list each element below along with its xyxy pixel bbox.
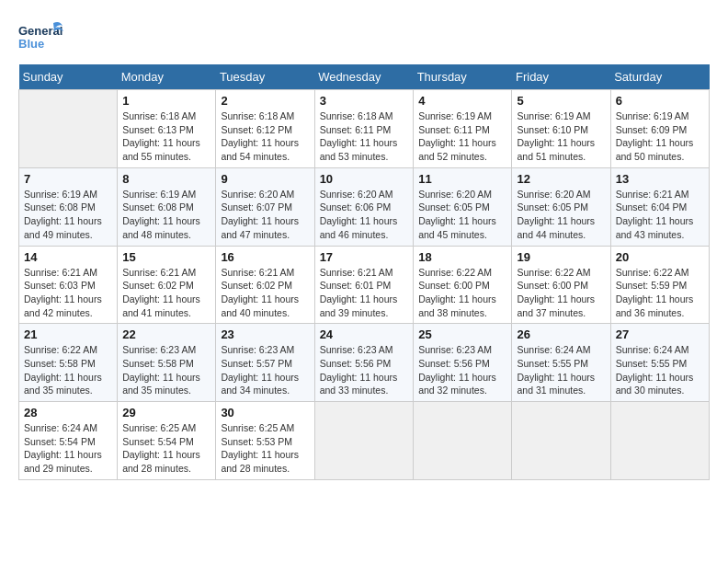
day-info: Sunrise: 6:21 AM Sunset: 6:02 PM Dayligh… (221, 266, 309, 320)
day-number: 5 (517, 94, 605, 108)
day-number: 24 (320, 327, 409, 341)
calendar-day-cell (19, 90, 118, 168)
day-number: 25 (418, 327, 506, 341)
day-info: Sunrise: 6:18 AM Sunset: 6:11 PM Dayligh… (320, 109, 409, 164)
day-number: 10 (320, 172, 409, 186)
calendar-header-cell: Saturday (610, 64, 709, 90)
calendar-day-cell: 21Sunrise: 6:22 AM Sunset: 5:58 PM Dayli… (19, 324, 118, 402)
day-number: 7 (24, 172, 112, 186)
calendar-week-row: 14Sunrise: 6:21 AM Sunset: 6:03 PM Dayli… (19, 246, 710, 324)
day-info: Sunrise: 6:19 AM Sunset: 6:09 PM Dayligh… (616, 109, 704, 164)
calendar-day-cell: 25Sunrise: 6:23 AM Sunset: 5:56 PM Dayli… (414, 324, 512, 402)
day-number: 9 (221, 172, 309, 186)
day-info: Sunrise: 6:22 AM Sunset: 5:58 PM Dayligh… (24, 343, 112, 397)
calendar-day-cell (314, 402, 414, 480)
day-info: Sunrise: 6:24 AM Sunset: 5:55 PM Dayligh… (517, 343, 605, 397)
day-number: 14 (24, 250, 112, 264)
day-info: Sunrise: 6:19 AM Sunset: 6:08 PM Dayligh… (122, 188, 210, 242)
calendar-day-cell: 5Sunrise: 6:19 AM Sunset: 6:10 PM Daylig… (512, 90, 610, 168)
day-info: Sunrise: 6:22 AM Sunset: 6:00 PM Dayligh… (418, 266, 506, 320)
day-number: 29 (122, 406, 210, 419)
calendar-day-cell: 29Sunrise: 6:25 AM Sunset: 5:54 PM Dayli… (118, 402, 216, 480)
calendar-day-cell: 6Sunrise: 6:19 AM Sunset: 6:09 PM Daylig… (610, 90, 709, 168)
day-number: 28 (24, 406, 112, 419)
day-number: 1 (122, 94, 210, 108)
calendar-day-cell: 19Sunrise: 6:22 AM Sunset: 6:00 PM Dayli… (512, 246, 610, 324)
day-number: 27 (616, 327, 704, 341)
calendar-day-cell: 24Sunrise: 6:23 AM Sunset: 5:56 PM Dayli… (314, 324, 414, 402)
calendar-week-row: 7Sunrise: 6:19 AM Sunset: 6:08 PM Daylig… (19, 167, 710, 246)
calendar-day-cell: 26Sunrise: 6:24 AM Sunset: 5:55 PM Dayli… (512, 324, 610, 402)
day-info: Sunrise: 6:18 AM Sunset: 6:13 PM Dayligh… (122, 109, 210, 164)
day-number: 8 (122, 172, 210, 186)
calendar-day-cell: 30Sunrise: 6:25 AM Sunset: 5:53 PM Dayli… (216, 402, 314, 480)
day-number: 30 (221, 406, 309, 419)
day-info: Sunrise: 6:20 AM Sunset: 6:07 PM Dayligh… (221, 188, 309, 242)
day-info: Sunrise: 6:21 AM Sunset: 6:04 PM Dayligh… (616, 188, 704, 242)
calendar-day-cell: 13Sunrise: 6:21 AM Sunset: 6:04 PM Dayli… (610, 167, 709, 246)
logo: General Blue (18, 18, 64, 55)
calendar-day-cell: 7Sunrise: 6:19 AM Sunset: 6:08 PM Daylig… (19, 167, 118, 246)
day-number: 4 (418, 94, 506, 108)
day-info: Sunrise: 6:18 AM Sunset: 6:12 PM Dayligh… (221, 109, 309, 164)
calendar-day-cell: 17Sunrise: 6:21 AM Sunset: 6:01 PM Dayli… (314, 246, 414, 324)
calendar-week-row: 21Sunrise: 6:22 AM Sunset: 5:58 PM Dayli… (19, 324, 710, 402)
calendar-day-cell (512, 402, 610, 480)
calendar-day-cell: 10Sunrise: 6:20 AM Sunset: 6:06 PM Dayli… (314, 167, 414, 246)
calendar-day-cell: 11Sunrise: 6:20 AM Sunset: 6:05 PM Dayli… (414, 167, 512, 246)
calendar-week-row: 28Sunrise: 6:24 AM Sunset: 5:54 PM Dayli… (19, 402, 710, 480)
calendar-table: SundayMondayTuesdayWednesdayThursdayFrid… (18, 64, 710, 480)
day-info: Sunrise: 6:21 AM Sunset: 6:02 PM Dayligh… (122, 266, 210, 320)
calendar-day-cell: 2Sunrise: 6:18 AM Sunset: 6:12 PM Daylig… (216, 90, 314, 168)
day-number: 6 (616, 94, 704, 108)
calendar-header-row: SundayMondayTuesdayWednesdayThursdayFrid… (19, 64, 710, 90)
calendar-day-cell: 14Sunrise: 6:21 AM Sunset: 6:03 PM Dayli… (19, 246, 118, 324)
day-number: 22 (122, 327, 210, 341)
day-info: Sunrise: 6:21 AM Sunset: 6:01 PM Dayligh… (320, 266, 409, 320)
calendar-day-cell: 16Sunrise: 6:21 AM Sunset: 6:02 PM Dayli… (216, 246, 314, 324)
day-number: 23 (221, 327, 309, 341)
day-info: Sunrise: 6:23 AM Sunset: 5:57 PM Dayligh… (221, 343, 309, 397)
calendar-day-cell: 20Sunrise: 6:22 AM Sunset: 5:59 PM Dayli… (610, 246, 709, 324)
day-info: Sunrise: 6:19 AM Sunset: 6:10 PM Dayligh… (517, 109, 605, 164)
day-info: Sunrise: 6:21 AM Sunset: 6:03 PM Dayligh… (24, 266, 112, 320)
day-info: Sunrise: 6:22 AM Sunset: 6:00 PM Dayligh… (517, 266, 605, 320)
day-number: 15 (122, 250, 210, 264)
calendar-day-cell: 18Sunrise: 6:22 AM Sunset: 6:00 PM Dayli… (414, 246, 512, 324)
day-info: Sunrise: 6:23 AM Sunset: 5:56 PM Dayligh… (320, 343, 409, 397)
day-info: Sunrise: 6:22 AM Sunset: 5:59 PM Dayligh… (616, 266, 704, 320)
calendar-header-cell: Tuesday (216, 64, 314, 90)
day-number: 2 (221, 94, 309, 108)
day-number: 12 (517, 172, 605, 186)
day-info: Sunrise: 6:23 AM Sunset: 5:56 PM Dayligh… (418, 343, 506, 397)
day-number: 20 (616, 250, 704, 264)
calendar-day-cell (414, 402, 512, 480)
calendar-day-cell: 4Sunrise: 6:19 AM Sunset: 6:11 PM Daylig… (414, 90, 512, 168)
calendar-day-cell: 8Sunrise: 6:19 AM Sunset: 6:08 PM Daylig… (118, 167, 216, 246)
day-number: 18 (418, 250, 506, 264)
day-number: 21 (24, 327, 112, 341)
page-header: General Blue (18, 18, 710, 55)
day-info: Sunrise: 6:19 AM Sunset: 6:11 PM Dayligh… (418, 109, 506, 164)
calendar-day-cell: 1Sunrise: 6:18 AM Sunset: 6:13 PM Daylig… (118, 90, 216, 168)
day-info: Sunrise: 6:24 AM Sunset: 5:54 PM Dayligh… (24, 421, 112, 476)
calendar-body: 1Sunrise: 6:18 AM Sunset: 6:13 PM Daylig… (19, 90, 710, 480)
day-info: Sunrise: 6:20 AM Sunset: 6:05 PM Dayligh… (517, 188, 605, 242)
day-number: 26 (517, 327, 605, 341)
calendar-header-cell: Sunday (19, 64, 118, 90)
day-number: 17 (320, 250, 409, 264)
day-info: Sunrise: 6:23 AM Sunset: 5:58 PM Dayligh… (122, 343, 210, 397)
calendar-day-cell: 22Sunrise: 6:23 AM Sunset: 5:58 PM Dayli… (118, 324, 216, 402)
calendar-header-cell: Wednesday (314, 64, 414, 90)
calendar-day-cell: 3Sunrise: 6:18 AM Sunset: 6:11 PM Daylig… (314, 90, 414, 168)
calendar-day-cell: 27Sunrise: 6:24 AM Sunset: 5:55 PM Dayli… (610, 324, 709, 402)
svg-text:Blue: Blue (18, 37, 44, 51)
calendar-day-cell: 28Sunrise: 6:24 AM Sunset: 5:54 PM Dayli… (19, 402, 118, 480)
day-info: Sunrise: 6:20 AM Sunset: 6:05 PM Dayligh… (418, 188, 506, 242)
calendar-day-cell: 23Sunrise: 6:23 AM Sunset: 5:57 PM Dayli… (216, 324, 314, 402)
day-number: 3 (320, 94, 409, 108)
calendar-week-row: 1Sunrise: 6:18 AM Sunset: 6:13 PM Daylig… (19, 90, 710, 168)
day-info: Sunrise: 6:25 AM Sunset: 5:53 PM Dayligh… (221, 421, 309, 476)
day-number: 11 (418, 172, 506, 186)
day-info: Sunrise: 6:19 AM Sunset: 6:08 PM Dayligh… (24, 188, 112, 242)
